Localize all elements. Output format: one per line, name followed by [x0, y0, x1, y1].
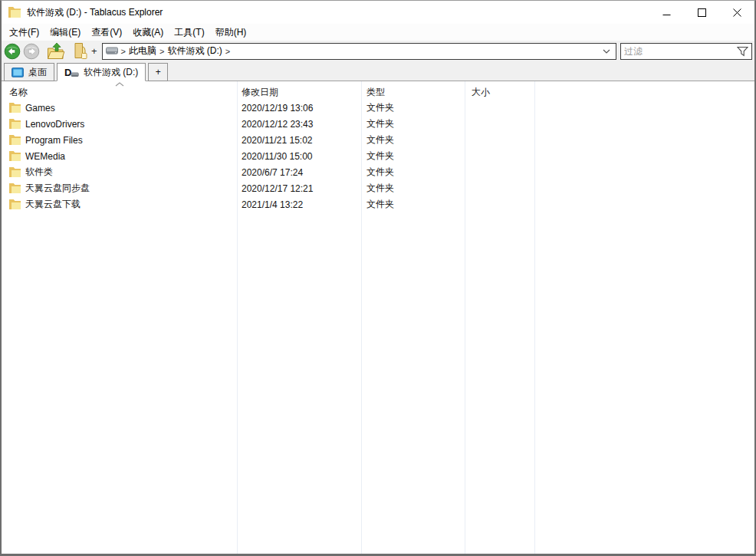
- new-tab-button[interactable]: +: [148, 63, 168, 81]
- file-row-lenovodrivers[interactable]: LenovoDrivers 2020/12/12 23:43 文件夹: [2, 116, 754, 132]
- folder-up-icon: [47, 42, 65, 60]
- file-name: 天翼云盘下载: [25, 198, 81, 211]
- window-title: 软件游戏 (D:) - Tablacus Explorer: [27, 6, 163, 19]
- list-header: 名称 修改日期 类型 大小: [2, 81, 754, 100]
- folder-icon: [9, 183, 21, 193]
- folders-button[interactable]: [71, 42, 88, 60]
- close-button[interactable]: [719, 1, 754, 24]
- tab-desktop[interactable]: 桌面: [4, 63, 54, 81]
- breadcrumb-drive-d[interactable]: 软件游戏 (D:): [167, 44, 222, 58]
- file-type: 文件夹: [361, 150, 465, 163]
- file-type: 文件夹: [361, 117, 465, 130]
- file-list: 名称 修改日期 类型 大小 Games 2020/12/19 13:06 文件夹…: [2, 81, 754, 554]
- folder-icon: [9, 135, 21, 145]
- file-name: Games: [25, 103, 55, 114]
- file-row-wemedia[interactable]: WEMedia 2020/11/30 15:00 文件夹: [2, 148, 754, 164]
- chevron-down-icon: [603, 49, 610, 54]
- file-date: 2020/12/12 23:43: [237, 119, 361, 130]
- forward-button[interactable]: [23, 43, 40, 60]
- menu-bar: 文件(F) 编辑(E) 查看(V) 收藏(A) 工具(T) 帮助(H): [2, 24, 754, 41]
- tab-label: 软件游戏 (D:): [84, 66, 138, 79]
- file-date: 2020/6/7 17:24: [237, 167, 361, 178]
- filter-box: [620, 43, 752, 60]
- folder-icon: [9, 151, 21, 161]
- file-type: 文件夹: [361, 198, 465, 211]
- column-header-name[interactable]: 名称: [2, 86, 237, 99]
- forward-icon: [23, 43, 40, 60]
- column-header-size[interactable]: 大小: [465, 86, 534, 99]
- minimize-icon: [662, 8, 671, 17]
- file-name: 天翼云盘同步盘: [25, 182, 90, 195]
- breadcrumb-separator: >: [225, 47, 230, 56]
- file-type: 文件夹: [361, 166, 465, 179]
- file-name: WEMedia: [25, 151, 65, 162]
- file-name: 软件类: [25, 166, 53, 179]
- drive-d-icon: D: [64, 67, 79, 77]
- menu-file[interactable]: 文件(F): [4, 25, 44, 41]
- menu-edit[interactable]: 编辑(E): [44, 25, 86, 41]
- folder-icon: [9, 119, 21, 129]
- back-button[interactable]: [4, 43, 21, 60]
- toolbar-new-tab-button[interactable]: +: [91, 45, 97, 57]
- file-date: 2020/12/19 13:06: [237, 103, 361, 114]
- file-row-software[interactable]: 软件类 2020/6/7 17:24 文件夹: [2, 164, 754, 180]
- folder-icon: [9, 167, 21, 177]
- new-tab-label: +: [156, 67, 161, 77]
- svg-text:D: D: [64, 67, 71, 77]
- tablacus-explorer-window: 软件游戏 (D:) - Tablacus Explorer 文件(F) 编辑(E…: [0, 0, 756, 556]
- file-type: 文件夹: [361, 133, 465, 146]
- filter-funnel-icon: [737, 46, 748, 57]
- app-folder-icon: [8, 7, 21, 18]
- filter-input[interactable]: [621, 46, 737, 57]
- file-date: 2020/11/30 15:00: [237, 151, 361, 162]
- file-date: 2020/12/17 12:21: [237, 183, 361, 194]
- file-row-games[interactable]: Games 2020/12/19 13:06 文件夹: [2, 100, 754, 116]
- folders-icon: [71, 42, 88, 60]
- up-folder-button[interactable]: [47, 42, 65, 60]
- tab-bar: 桌面 D 软件游戏 (D:) +: [2, 61, 754, 81]
- file-row-cloud-download[interactable]: 天翼云盘下载 2021/1/4 13:22 文件夹: [2, 196, 754, 212]
- breadcrumb-separator: >: [159, 47, 164, 56]
- desktop-icon: [12, 67, 24, 77]
- maximize-button[interactable]: [684, 1, 719, 24]
- menu-tools[interactable]: 工具(T): [169, 25, 209, 41]
- tab-label: 桌面: [28, 66, 47, 79]
- folder-icon: [9, 103, 21, 113]
- back-icon: [4, 43, 21, 60]
- toolbar: + > 此电脑 > 软件游戏 (D:) >: [2, 41, 754, 61]
- menu-favorites[interactable]: 收藏(A): [127, 25, 169, 41]
- breadcrumb-separator: >: [121, 47, 126, 56]
- tab-drive-d-active[interactable]: D 软件游戏 (D:): [57, 63, 146, 81]
- file-row-cloud-sync[interactable]: 天翼云盘同步盘 2020/12/17 12:21 文件夹: [2, 180, 754, 196]
- column-header-label: 名称: [9, 86, 28, 99]
- column-header-date[interactable]: 修改日期: [237, 86, 361, 99]
- folder-icon: [9, 199, 21, 209]
- file-name: Program Files: [25, 135, 83, 146]
- address-bar[interactable]: > 此电脑 > 软件游戏 (D:) >: [102, 43, 616, 60]
- address-dropdown-button[interactable]: [600, 48, 613, 55]
- file-type: 文件夹: [361, 182, 465, 195]
- close-icon: [733, 8, 741, 17]
- file-row-program-files[interactable]: Program Files 2020/11/21 15:02 文件夹: [2, 132, 754, 148]
- file-type: 文件夹: [361, 101, 465, 114]
- column-header-type[interactable]: 类型: [361, 86, 465, 99]
- maximize-icon: [698, 8, 706, 17]
- file-date: 2020/11/21 15:02: [237, 135, 361, 146]
- menu-view[interactable]: 查看(V): [86, 25, 127, 41]
- drive-icon: [106, 47, 118, 55]
- file-name: LenovoDrivers: [25, 119, 84, 130]
- minimize-button[interactable]: [649, 1, 684, 24]
- file-date: 2021/1/4 13:22: [237, 199, 361, 210]
- breadcrumb-this-pc[interactable]: 此电脑: [129, 44, 156, 58]
- title-bar: 软件游戏 (D:) - Tablacus Explorer: [2, 1, 754, 24]
- menu-help[interactable]: 帮助(H): [210, 25, 252, 41]
